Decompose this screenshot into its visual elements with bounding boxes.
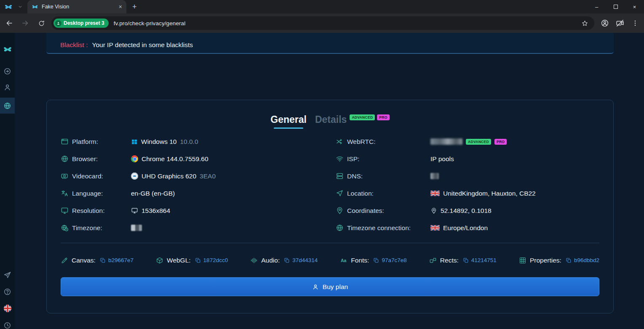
info-label: WebRTC: <box>347 138 430 146</box>
coordinates-icon <box>336 207 347 215</box>
hash-label: Rects: <box>440 257 459 264</box>
address-bar[interactable]: Desktop preset 3 fv.pro/check-privacy/ge… <box>51 16 594 30</box>
buy-plan-button[interactable]: Buy plan <box>61 277 599 296</box>
sidebar-item-telegram[interactable] <box>0 266 15 283</box>
copy-icon[interactable] <box>566 257 572 263</box>
info-value: UnitedKingdom, Hauxton, CB22 <box>430 190 599 197</box>
info-label: ISP: <box>347 155 430 163</box>
tab-general[interactable]: General <box>270 114 307 129</box>
redacted-value <box>430 138 462 145</box>
sidebar-item-login[interactable] <box>0 63 15 79</box>
copy-icon[interactable] <box>373 257 379 263</box>
rects-icon <box>429 257 437 264</box>
copy-icon[interactable] <box>284 257 290 263</box>
menu-kebab-icon[interactable] <box>629 17 641 29</box>
buy-person-icon <box>312 284 319 290</box>
tab-favicon-butterfly-icon <box>32 3 38 10</box>
info-label: DNS: <box>347 172 430 180</box>
info-grid: Platform: Windows 10 10.0.0 Browser: Chr… <box>61 133 599 236</box>
dns-icon <box>336 172 347 180</box>
fingerprint-hash-row: Canvas: b29667e7 WebGL: 1872dcc0 Audio: … <box>61 255 599 266</box>
info-label: Coordinates: <box>347 207 430 215</box>
info-row-webrtc: WebRTC: ADVANCED PRO <box>336 133 599 150</box>
platform-version: 10.0.0 <box>180 138 198 146</box>
coordinates-value: 52.14892, 0.1018 <box>441 207 492 215</box>
webgl-icon <box>156 257 163 264</box>
card-tabs: General Details ADVANCED PRO <box>61 114 599 129</box>
hash-value: 37d44314 <box>292 257 318 263</box>
preset-badge[interactable]: Desktop preset 3 <box>53 19 109 28</box>
forward-button[interactable] <box>19 16 32 30</box>
hash-label: Canvas: <box>72 257 96 264</box>
copy-icon[interactable] <box>463 257 469 263</box>
tab-title: Fake Vision <box>42 4 119 10</box>
reload-button[interactable] <box>35 16 48 30</box>
sidebar-item-history[interactable] <box>0 317 15 329</box>
sidebar-item-privacy-check[interactable] <box>0 98 15 114</box>
maximize-button[interactable] <box>606 0 625 13</box>
blacklist-message: Your IP detected in some blacklists <box>92 41 193 49</box>
uk-flag-icon <box>4 305 11 312</box>
info-label: Location: <box>347 190 430 197</box>
language-value: en-GB (en-GB) <box>131 190 175 197</box>
browser-value: Chrome 144.0.7559.60 <box>142 155 208 163</box>
url-text[interactable]: fv.pro/check-privacy/general <box>114 20 186 27</box>
info-column-right: WebRTC: ADVANCED PRO ISP: IP pools <box>297 133 599 236</box>
uk-flag-icon <box>430 191 440 196</box>
advanced-badge: ADVANCED <box>350 114 375 120</box>
hash-value: b29667e7 <box>108 257 134 263</box>
info-column-left: Platform: Windows 10 10.0.0 Browser: Chr… <box>61 133 297 236</box>
hash-label: WebGL: <box>167 257 191 264</box>
close-window-button[interactable]: × <box>625 0 644 13</box>
hash-item-fonts: Fonts: 97a7c7e8 <box>340 257 406 264</box>
info-label: Timezone: <box>72 224 131 232</box>
hash-label: Audio: <box>261 257 280 264</box>
back-button[interactable] <box>3 16 16 30</box>
browser-logo-butterfly-icon <box>4 3 13 11</box>
profile-icon[interactable] <box>599 17 611 29</box>
info-value: en-GB (en-GB) <box>131 190 297 197</box>
sidebar-item-language-flag[interactable] <box>0 300 15 317</box>
resolution-value: 1536x864 <box>142 207 170 215</box>
hash-value: 41214751 <box>471 257 497 263</box>
new-tab-button[interactable]: + <box>132 3 137 11</box>
bookmark-star-icon[interactable] <box>581 20 588 27</box>
info-value: UHD Graphics 620 3EA0 <box>131 172 297 180</box>
info-value: IP pools <box>430 155 599 163</box>
camera-off-icon[interactable] <box>614 17 626 29</box>
info-value: ADVANCED PRO <box>430 138 599 145</box>
copy-icon[interactable] <box>195 257 201 263</box>
properties-icon <box>519 257 526 264</box>
info-label: Platform: <box>72 138 131 146</box>
hash-item-canvas: Canvas: b29667e7 <box>61 257 134 264</box>
hash-value: 1872dcc0 <box>203 257 228 263</box>
window-controls: – × <box>587 0 644 13</box>
info-row-resolution: Resolution: 1536x864 <box>61 202 297 219</box>
info-value: Windows 10 10.0.0 <box>131 138 297 146</box>
info-row-platform: Platform: Windows 10 10.0.0 <box>61 133 297 150</box>
resolution-icon <box>61 207 72 215</box>
tab-close-icon[interactable]: × <box>119 3 122 10</box>
hash-value: 97a7c7e8 <box>382 257 406 263</box>
platform-icon <box>61 138 72 146</box>
hash-value: b96dbbd2 <box>574 257 599 263</box>
main-area: Blacklist : Your IP detected in some bla… <box>15 33 644 329</box>
hash-label: Properties: <box>530 257 561 264</box>
browser-tab[interactable]: Fake Vision × <box>27 0 126 13</box>
sidebar-item-profile[interactable] <box>0 79 15 95</box>
timezone-connection-value: Europe/London <box>443 224 488 232</box>
videocard-value: UHD Graphics 620 <box>142 172 196 180</box>
info-row-language: Language: en-GB (en-GB) <box>61 185 297 202</box>
intel-logo-icon <box>131 172 138 180</box>
copy-icon[interactable] <box>100 257 106 263</box>
sidebar-item-help[interactable] <box>0 283 15 300</box>
minimize-button[interactable]: – <box>587 0 606 13</box>
info-row-coordinates: Coordinates: 52.14892, 0.1018 <box>336 202 599 219</box>
translate-icon <box>61 189 72 197</box>
info-value: 1536x864 <box>131 207 297 215</box>
webrtc-icon <box>336 138 347 146</box>
tab-details[interactable]: Details <box>315 114 347 125</box>
info-label: Language: <box>72 190 131 197</box>
tab-search-chevron-icon[interactable] <box>18 4 23 9</box>
preset-label: Desktop preset 3 <box>64 20 104 26</box>
